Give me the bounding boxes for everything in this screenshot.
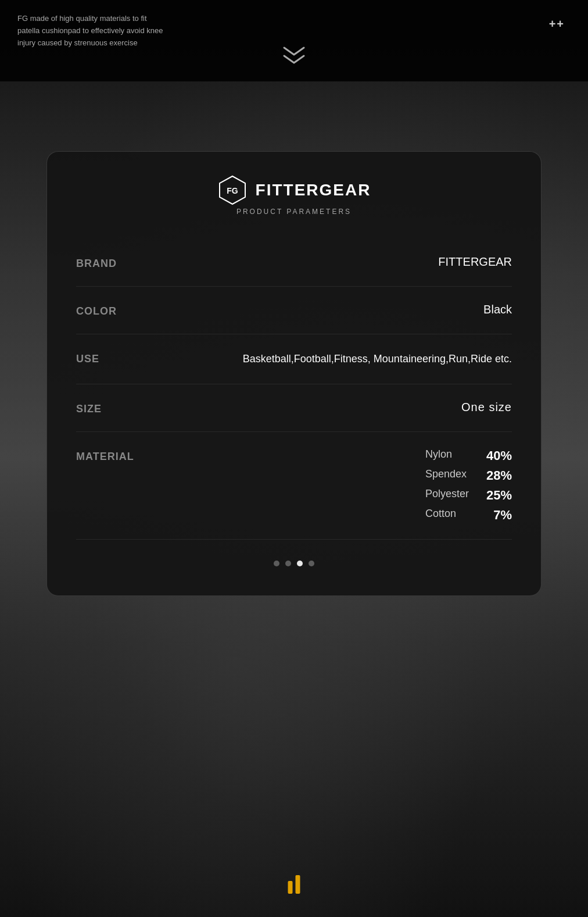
color-label: COLOR [76, 303, 152, 317]
material-spendex-name: Spendex [425, 468, 469, 483]
brand-label: BRAND [76, 255, 152, 270]
material-polyester-pct: 25% [486, 488, 512, 503]
plus-button[interactable]: ++ [549, 17, 565, 31]
material-row: MATERIAL Nylon 40% Spendex 28% Polyester… [76, 432, 512, 540]
bar-left [288, 881, 293, 894]
dot-4[interactable] [309, 561, 314, 566]
fg-logo-icon: FG [217, 175, 248, 205]
product-params-subtitle: PRODUCT PARAMETERS [236, 208, 352, 216]
product-parameters-card: FG FITTERGEAR PRODUCT PARAMETERS BRAND F… [46, 151, 542, 596]
svg-text:FG: FG [227, 186, 238, 195]
material-label: MATERIAL [76, 448, 152, 463]
material-nylon-name: Nylon [425, 448, 469, 463]
color-row: COLOR Black [76, 287, 512, 334]
use-row: USE Basketball,Football,Fitness, Mountai… [76, 334, 512, 384]
logo-row: FG FITTERGEAR [217, 175, 371, 205]
bottom-bar-icon [288, 875, 300, 894]
brand-title: FITTERGEAR [256, 181, 371, 199]
use-label: USE [76, 351, 152, 365]
size-value: One size [152, 401, 512, 414]
dot-2[interactable] [285, 561, 291, 566]
material-cotton-name: Cotton [425, 508, 469, 523]
use-value: Basketball,Football,Fitness, Mountaineer… [152, 351, 512, 367]
dot-3-active[interactable] [297, 561, 303, 566]
material-polyester-name: Polyester [425, 488, 469, 503]
header: FG made of high quality materials to fit… [0, 0, 588, 81]
brand-row: BRAND FITTERGEAR [76, 239, 512, 287]
size-label: SIZE [76, 401, 152, 415]
material-grid: Nylon 40% Spendex 28% Polyester 25% Cott… [425, 448, 512, 523]
bar-right [296, 875, 300, 894]
header-description: FG made of high quality materials to fit… [17, 13, 168, 49]
scroll-down-icon[interactable] [281, 47, 307, 65]
carousel-dots [76, 561, 512, 566]
dot-1[interactable] [274, 561, 279, 566]
color-value: Black [152, 303, 512, 316]
pause-bars-icon [288, 875, 300, 894]
material-nylon-pct: 40% [486, 448, 512, 463]
card-header: FG FITTERGEAR PRODUCT PARAMETERS [76, 175, 512, 216]
material-cotton-pct: 7% [486, 508, 512, 523]
size-row: SIZE One size [76, 384, 512, 432]
brand-value: FITTERGEAR [152, 255, 512, 269]
material-spendex-pct: 28% [486, 468, 512, 483]
